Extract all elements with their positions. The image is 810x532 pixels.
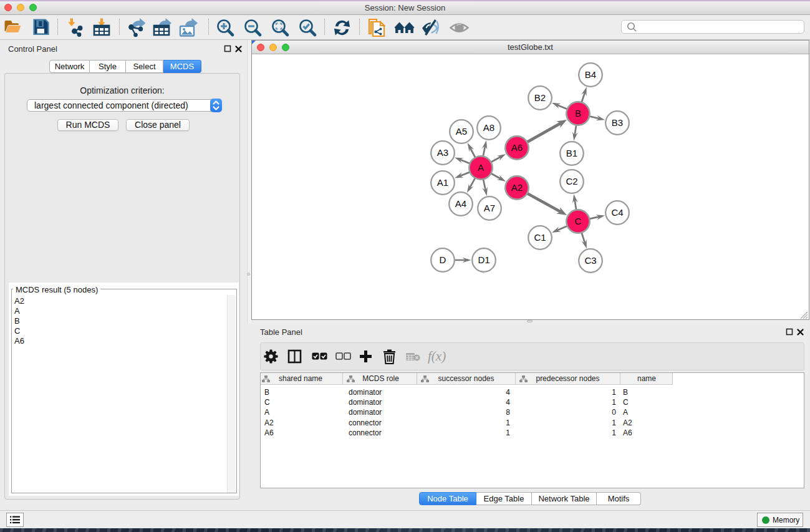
svg-text:C2: C2 <box>566 176 577 186</box>
svg-text:B: B <box>575 108 581 118</box>
svg-text:A3: A3 <box>437 147 448 158</box>
svg-text:D1: D1 <box>478 254 489 265</box>
svg-text:C4: C4 <box>611 207 623 218</box>
svg-text:B1: B1 <box>566 148 577 158</box>
svg-text:C1: C1 <box>534 232 546 243</box>
svg-text:A1: A1 <box>437 177 448 188</box>
svg-text:A6: A6 <box>511 142 523 153</box>
svg-text:B2: B2 <box>534 92 546 103</box>
svg-text:A2: A2 <box>511 182 523 193</box>
svg-text:C: C <box>575 216 582 226</box>
svg-text:B3: B3 <box>612 117 623 128</box>
svg-text:A7: A7 <box>484 203 495 213</box>
svg-text:A5: A5 <box>456 126 467 137</box>
svg-text:A8: A8 <box>483 122 494 133</box>
svg-text:C3: C3 <box>584 255 596 266</box>
svg-text:A4: A4 <box>455 198 466 209</box>
svg-text:D: D <box>440 254 446 265</box>
svg-text:B4: B4 <box>585 69 596 80</box>
svg-text:A: A <box>478 162 484 173</box>
